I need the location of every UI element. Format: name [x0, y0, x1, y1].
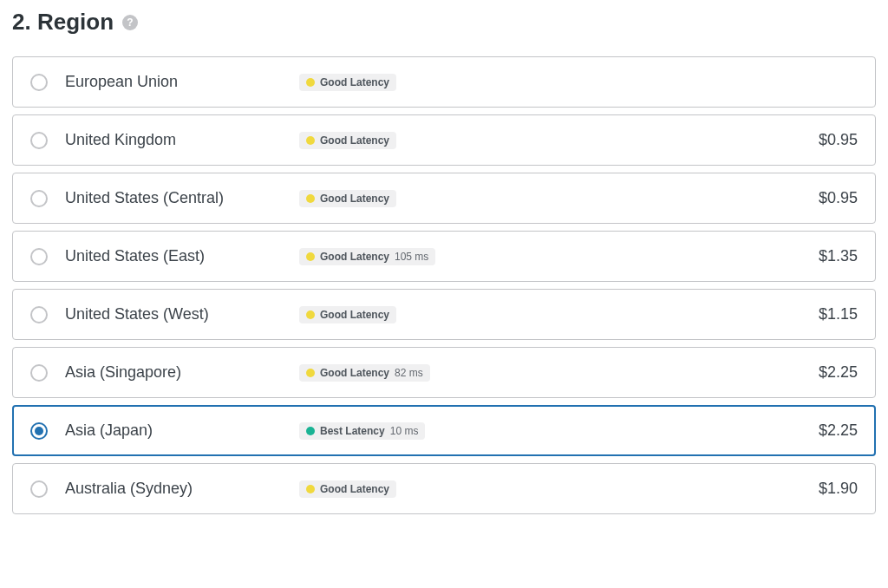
section-title: 2. Region: [12, 9, 114, 36]
region-price: $1.35: [819, 247, 858, 265]
latency-good-icon: [306, 310, 315, 319]
latency-badge: Best Latency10 ms: [299, 422, 425, 440]
region-price: $1.15: [819, 305, 858, 323]
radio-icon[interactable]: [30, 364, 48, 382]
latency-ms: 82 ms: [395, 367, 423, 379]
region-price: $1.90: [819, 480, 858, 498]
latency-label: Good Latency: [320, 251, 389, 263]
region-name: United States (West): [65, 305, 299, 323]
radio-icon[interactable]: [30, 422, 48, 440]
region-row-eu[interactable]: European UnionGood Latency: [12, 56, 876, 108]
latency-best-icon: [306, 427, 315, 435]
latency-label: Good Latency: [320, 134, 389, 147]
region-row-us-central[interactable]: United States (Central)Good Latency$0.95: [12, 173, 876, 224]
region-price: $2.25: [819, 421, 858, 440]
latency-badge: Good Latency: [299, 480, 396, 498]
latency-good-icon: [306, 485, 315, 493]
radio-inner-icon: [35, 427, 43, 435]
region-list: European UnionGood LatencyUnited Kingdom…: [12, 56, 876, 514]
radio-icon[interactable]: [30, 190, 48, 207]
latency-badge: Good Latency: [299, 74, 396, 91]
latency-badge: Good Latency: [299, 132, 396, 149]
latency-good-icon: [306, 369, 315, 377]
latency-badge: Good Latency105 ms: [299, 248, 435, 265]
region-row-au-sydney[interactable]: Australia (Sydney)Good Latency$1.90: [12, 463, 876, 514]
latency-badge: Good Latency: [299, 306, 396, 323]
radio-icon[interactable]: [30, 248, 48, 265]
latency-label: Good Latency: [320, 76, 389, 88]
region-price: $0.95: [819, 189, 858, 207]
latency-ms: 10 ms: [390, 425, 419, 437]
region-name: Australia (Sydney): [65, 480, 299, 498]
region-name: European Union: [65, 73, 299, 91]
latency-good-icon: [306, 252, 315, 261]
latency-label: Good Latency: [320, 483, 389, 495]
region-row-asia-japan[interactable]: Asia (Japan)Best Latency10 ms$2.25: [12, 405, 876, 456]
help-icon[interactable]: ?: [122, 15, 138, 30]
region-name: Asia (Japan): [65, 421, 299, 440]
latency-ms: 105 ms: [395, 251, 428, 263]
region-name: United States (East): [65, 247, 299, 265]
radio-icon[interactable]: [30, 132, 48, 149]
latency-good-icon: [306, 136, 315, 145]
latency-good-icon: [306, 194, 315, 203]
section-header: 2. Region ?: [12, 9, 876, 36]
latency-label: Good Latency: [320, 193, 389, 205]
radio-icon[interactable]: [30, 480, 48, 498]
latency-good-icon: [306, 78, 315, 87]
latency-badge: Good Latency: [299, 190, 396, 207]
region-name: United States (Central): [65, 189, 299, 207]
region-row-us-east[interactable]: United States (East)Good Latency105 ms$1…: [12, 231, 876, 282]
radio-icon[interactable]: [30, 306, 48, 323]
region-row-asia-singapore[interactable]: Asia (Singapore)Good Latency82 ms$2.25: [12, 347, 876, 398]
region-name: Asia (Singapore): [65, 363, 299, 382]
region-price: $2.25: [819, 363, 858, 382]
latency-label: Best Latency: [320, 425, 385, 437]
radio-icon[interactable]: [30, 74, 48, 91]
latency-badge: Good Latency82 ms: [299, 364, 430, 382]
region-price: $0.95: [819, 131, 858, 149]
region-row-uk[interactable]: United KingdomGood Latency$0.95: [12, 114, 876, 166]
latency-label: Good Latency: [320, 367, 389, 379]
region-row-us-west[interactable]: United States (West)Good Latency$1.15: [12, 289, 876, 340]
latency-label: Good Latency: [320, 309, 389, 321]
region-name: United Kingdom: [65, 131, 299, 149]
